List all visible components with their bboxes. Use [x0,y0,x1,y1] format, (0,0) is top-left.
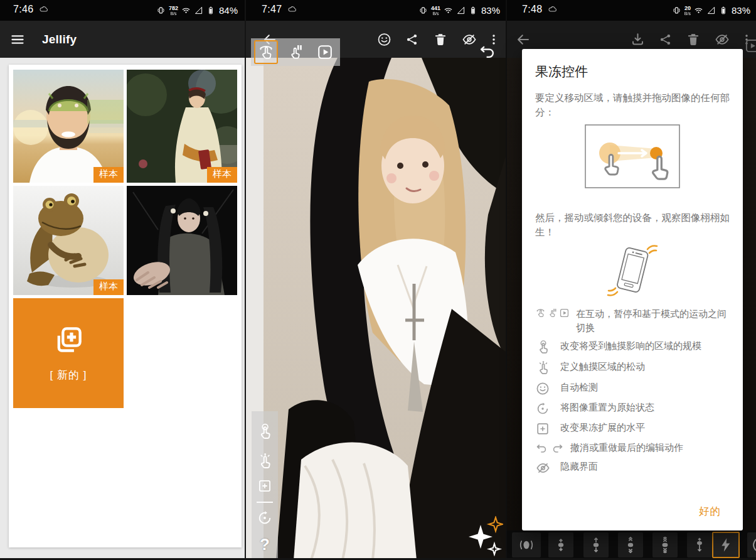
delete-icon[interactable] [433,32,448,47]
shake-phone-illustration [600,242,665,299]
screenshot-composite: 7:46 782B/s 84% Jellify [0,0,756,560]
drop-mode-button[interactable] [687,532,712,557]
help-button[interactable]: ? [260,535,270,554]
mode-switch-icons [535,307,570,318]
battery-percent: 84% [219,5,238,16]
wifi-icon [181,6,191,15]
status-bar-1: 7:46 782B/s 84% [0,0,245,21]
emoji-detect-icon[interactable] [376,31,392,47]
jelly-level-icon [535,421,554,436]
status-bar-3: 7:48 20B/s 83% [507,0,756,21]
drag-gesture-illustration [577,122,688,209]
dialog-intro-text: 要定义移动区域，请触摸并拖动图像的任何部分： [535,90,730,120]
sample-badge: 样本 [207,167,237,183]
gallery-item-frog[interactable]: 样本 [13,186,124,295]
legend-row-reset: 将图像重置为原始状态 [535,401,730,416]
hide-ui-icon [535,460,554,476]
touch-scale-icon [535,339,554,355]
battery-icon [469,5,477,16]
vibrate-icon [156,6,166,15]
classical-painting-photo [127,70,237,183]
wobble-mode-button[interactable] [512,532,541,557]
auto-detect-icon [535,380,554,396]
wifi-icon [694,6,703,15]
legend-row-touch-scale: 改变将受到触摸影响的区域的规模 [535,339,730,355]
gallery-item-girl[interactable] [127,186,237,295]
new-project-tile[interactable]: [ 新的 ] [13,298,124,408]
share-icon[interactable] [405,32,420,47]
photo-canvas[interactable] [264,58,507,560]
signal-icon [706,6,716,15]
ok-button[interactable]: 好的 [695,504,725,519]
side-toolbar: ? [252,411,278,560]
vibrate-icon [418,6,428,15]
jelly-controls-dialog: 果冻控件 要定义移动区域，请触摸并拖动图像的任何部分： 然后，摇动或倾斜您的设备… [522,49,743,530]
reset-image-icon [535,401,554,416]
legend-row-mode-switch: 在互动，暂停和基于模式的运动之间切换 [535,307,730,335]
network-speed: 782B/s [169,6,178,16]
share-icon[interactable] [658,32,673,47]
undo-icon[interactable] [477,41,499,62]
app-bar-gallery: Jellify [0,21,245,58]
reset-image-button[interactable] [257,510,274,527]
jelly-level-button[interactable] [257,478,273,494]
panel-dialog: 7:48 20B/s 83% [506,0,756,560]
touch-looseness-button[interactable] [256,453,274,471]
panel-editor: 7:47 441B/s 83% [245,0,506,560]
effects-sparkle-icon[interactable] [467,516,503,556]
download-icon[interactable] [630,31,646,47]
sample-badge: 样本 [93,279,124,295]
delete-icon[interactable] [686,32,701,47]
weather-icon [287,4,297,14]
hamburger-menu-icon[interactable] [10,32,25,47]
legend-list: 在互动，暂停和基于模式的运动之间切换 改变将受到触摸影响的区域的规模 定义触摸区… [535,307,730,476]
shake-mode-button-selected[interactable] [712,532,740,558]
hide-ui-icon[interactable] [461,31,477,48]
play-mode-button[interactable] [313,40,337,64]
interactive-mode-button[interactable] [254,40,278,64]
signal-icon [194,6,203,15]
pause-mode-button[interactable] [284,40,307,64]
gallery-item-painting[interactable]: 样本 [127,70,237,183]
touch-scale-button[interactable] [256,423,274,441]
panel-gallery: 7:46 782B/s 84% Jellify [0,0,245,560]
legend-row-hide-ui: 隐藏界面 [535,460,730,476]
weather-icon [39,4,49,14]
hide-ui-icon[interactable] [714,31,730,48]
bounce-long-mode-button[interactable] [583,532,609,557]
battery-icon [206,5,215,16]
add-photo-icon [52,324,85,357]
animation-mode-toolbar [507,530,756,560]
clock: 7:46 [13,4,33,15]
girl-photo [127,186,237,295]
bounce-double-mode-button[interactable] [618,532,643,557]
back-icon[interactable] [516,32,531,47]
gallery-item-man-beach[interactable]: 样本 [13,70,124,183]
signal-icon [456,6,466,15]
battery-percent: 83% [732,5,750,16]
battery-percent: 83% [481,5,500,16]
app-title: Jellify [42,33,77,46]
battery-icon [719,5,728,16]
mode-toolbar [251,38,340,66]
gallery-card: 样本 样本 [9,65,242,547]
wifi-icon [444,6,453,15]
mode-button-fragment[interactable] [747,532,756,557]
bounce-small-mode-button[interactable] [548,532,573,557]
legend-row-jelly-level: 改变果冻扩展的水平 [535,421,730,436]
weather-icon [548,4,558,14]
legend-row-undo-redo: 撤消或重做最后的编辑动作 [535,441,730,455]
nun-cosplay-photo [264,58,507,560]
legend-row-auto-detect: 自动检测 [535,380,730,396]
undo-redo-icon [535,441,564,455]
clock: 7:47 [262,4,282,15]
network-speed: 20B/s [684,6,691,16]
legend-row-looseness: 定义触摸区域的松动 [535,360,730,376]
sample-badge: 样本 [93,167,124,183]
frog-photo [13,186,124,295]
toolbar-divider [257,502,273,503]
man-beach-photo [13,70,124,183]
vibrate-icon [672,6,681,15]
touch-looseness-icon [535,360,554,376]
bounce-triple-mode-button[interactable] [652,532,678,557]
